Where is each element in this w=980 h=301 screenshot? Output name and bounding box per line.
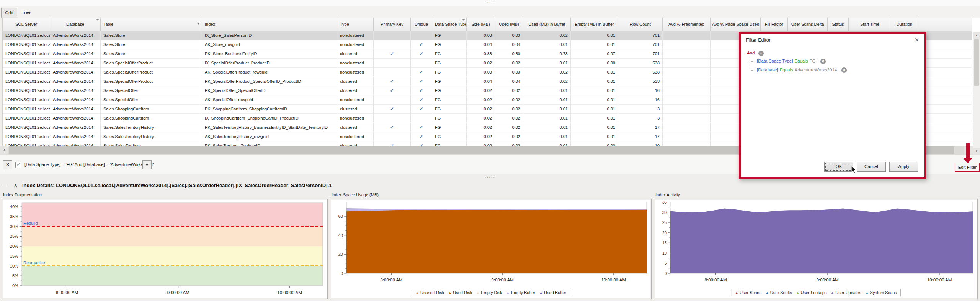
- grid-cell[interactable]: 0.00: [571, 59, 618, 67]
- condition-value[interactable]: AdventureWorks2014: [795, 67, 837, 72]
- grid-cell[interactable]: AdventureWorks2014: [50, 105, 101, 113]
- grid-cell[interactable]: [663, 40, 710, 49]
- grid-cell[interactable]: 17: [618, 123, 663, 132]
- grid-cell[interactable]: Sales.ShoppingCartItem: [101, 114, 202, 122]
- collapse-icon[interactable]: ∧: [14, 183, 18, 188]
- grid-cell[interactable]: [374, 114, 411, 122]
- grid-cell[interactable]: 0.04: [495, 77, 523, 86]
- grid-cell[interactable]: 0.01: [571, 77, 618, 86]
- filter-enabled-checkbox[interactable]: ✓: [15, 162, 21, 168]
- grid-cell[interactable]: clustered: [337, 123, 374, 132]
- grid-cell[interactable]: ✓: [374, 86, 411, 95]
- grid-cell[interactable]: 0.01: [523, 86, 571, 95]
- grid-cell[interactable]: Sales.SpecialOfferProduct: [101, 68, 202, 76]
- grid-cell[interactable]: nonclustered: [337, 31, 374, 39]
- grid-cell[interactable]: PK_ShoppingCartItem_ShoppingCartItemID: [202, 105, 337, 113]
- grid-cell[interactable]: 0.02: [523, 31, 571, 39]
- column-header[interactable]: Table: [101, 18, 202, 31]
- grid-cell[interactable]: LONDONSQL01.se.local: [3, 59, 50, 67]
- legend-item[interactable]: ▲Used Disk: [448, 290, 472, 295]
- column-header[interactable]: Database: [50, 18, 101, 31]
- grid-cell[interactable]: 538: [618, 77, 663, 86]
- column-header[interactable]: Used (MB): [495, 18, 523, 31]
- grid-cell[interactable]: LONDONSQL01.se.local: [3, 114, 50, 122]
- grid-cell[interactable]: FG: [432, 114, 467, 122]
- remove-condition-icon[interactable]: ✕: [841, 67, 847, 73]
- column-header[interactable]: Empty (MB) in Buffer: [571, 18, 618, 31]
- grid-cell[interactable]: ✓: [374, 49, 411, 58]
- grid-cell[interactable]: 0.02: [495, 132, 523, 141]
- grid-cell[interactable]: [663, 59, 710, 67]
- grid-cell[interactable]: FG: [432, 123, 467, 132]
- grid-cell[interactable]: [663, 105, 710, 113]
- grid-cell[interactable]: [663, 132, 710, 141]
- grid-cell[interactable]: 0.01: [523, 105, 571, 113]
- grid-cell[interactable]: PK_SalesTerritoryHistory_BusinessEntityI…: [202, 123, 337, 132]
- legend-item[interactable]: ▲User Seeks: [765, 290, 792, 295]
- grid-cell[interactable]: AdventureWorks2014: [50, 31, 101, 39]
- add-condition-icon[interactable]: +: [758, 51, 764, 56]
- column-header[interactable]: Start Time: [849, 18, 891, 31]
- grid-cell[interactable]: 0.02: [467, 123, 495, 132]
- condition-operator[interactable]: Equals: [794, 59, 808, 63]
- grid-cell[interactable]: LONDONSQL01.se.local: [3, 95, 50, 104]
- grid-cell[interactable]: 0.02: [495, 123, 523, 132]
- filter-funnel-icon[interactable]: [96, 19, 99, 22]
- scroll-left-icon[interactable]: ‹: [0, 146, 8, 155]
- grid-cell[interactable]: 0.02: [467, 59, 495, 67]
- condition-value[interactable]: FG: [810, 59, 816, 63]
- grid-cell[interactable]: [663, 95, 710, 104]
- grid-cell[interactable]: 0.02: [523, 68, 571, 76]
- grid-cell[interactable]: 0.03: [495, 31, 523, 39]
- vertical-scroll-thumb[interactable]: [974, 39, 979, 86]
- grid-cell[interactable]: 16: [618, 95, 663, 104]
- grid-cell[interactable]: 0.02: [467, 95, 495, 104]
- grid-cell[interactable]: LONDONSQL01.se.local: [3, 49, 50, 58]
- grid-cell[interactable]: nonclustered: [337, 59, 374, 67]
- grid-cell[interactable]: 0.01: [571, 68, 618, 76]
- grid-cell[interactable]: 0.02: [467, 105, 495, 113]
- column-header[interactable]: Avg % Fragmented: [663, 18, 710, 31]
- legend-item[interactable]: ▲User Scans: [735, 290, 761, 295]
- grid-cell[interactable]: FG: [432, 40, 467, 49]
- grid-cell[interactable]: Sales.SpecialOffer: [101, 86, 202, 95]
- grid-cell[interactable]: [374, 40, 411, 49]
- grid-cell[interactable]: PK_SpecialOfferProduct_SpecialOfferID_Pr…: [202, 77, 337, 86]
- apply-button[interactable]: Apply: [889, 162, 918, 172]
- column-header[interactable]: Primary Key: [374, 18, 411, 31]
- grid-cell[interactable]: AdventureWorks2014: [50, 68, 101, 76]
- column-header[interactable]: SQL Server: [3, 18, 50, 31]
- grid-cell[interactable]: FG: [432, 105, 467, 113]
- grid-cell[interactable]: nonclustered: [337, 114, 374, 122]
- grid-cell[interactable]: 0.02: [467, 114, 495, 122]
- grid-cell[interactable]: [374, 132, 411, 141]
- grid-cell[interactable]: LONDONSQL01.se.local: [3, 77, 50, 86]
- grid-cell[interactable]: ✓: [411, 40, 432, 49]
- grid-cell[interactable]: [663, 86, 710, 95]
- legend-item[interactable]: ▲Unused Disk: [415, 290, 444, 295]
- grid-cell[interactable]: AK_SpecialOfferProduct_rowguid: [202, 68, 337, 76]
- grid-cell[interactable]: 538: [618, 68, 663, 76]
- condition-operator[interactable]: Equals: [780, 67, 793, 72]
- grid-cell[interactable]: [663, 68, 710, 76]
- condition-field[interactable]: [Data Space Type]: [757, 59, 793, 63]
- grid-cell[interactable]: 0.03: [467, 31, 495, 39]
- legend-item[interactable]: ▲User Lookups: [796, 290, 827, 295]
- grid-cell[interactable]: PK_SpecialOffer_SpecialOfferID: [202, 86, 337, 95]
- grid-cell[interactable]: [663, 31, 710, 39]
- grid-cell[interactable]: 16: [618, 86, 663, 95]
- grid-cell[interactable]: AK_SalesTerritoryHistory_rowguid: [202, 132, 337, 141]
- ok-button[interactable]: OK: [824, 162, 853, 172]
- grid-cell[interactable]: 0.83: [467, 49, 495, 58]
- grid-cell[interactable]: AdventureWorks2014: [50, 132, 101, 141]
- legend-item[interactable]: ▲Empty Buffer: [506, 290, 535, 295]
- vertical-scrollbar[interactable]: ▲ ▼: [973, 32, 980, 155]
- grid-cell[interactable]: [374, 31, 411, 39]
- grid-cell[interactable]: 0.01: [571, 132, 618, 141]
- grid-cell[interactable]: AdventureWorks2014: [50, 86, 101, 95]
- grid-cell[interactable]: 0.01: [571, 114, 618, 122]
- grid-cell[interactable]: FG: [432, 68, 467, 76]
- grid-cell[interactable]: ✓: [411, 105, 432, 113]
- grid-cell[interactable]: PK_Store_BusinessEntityID: [202, 49, 337, 58]
- grid-cell[interactable]: 701: [618, 31, 663, 39]
